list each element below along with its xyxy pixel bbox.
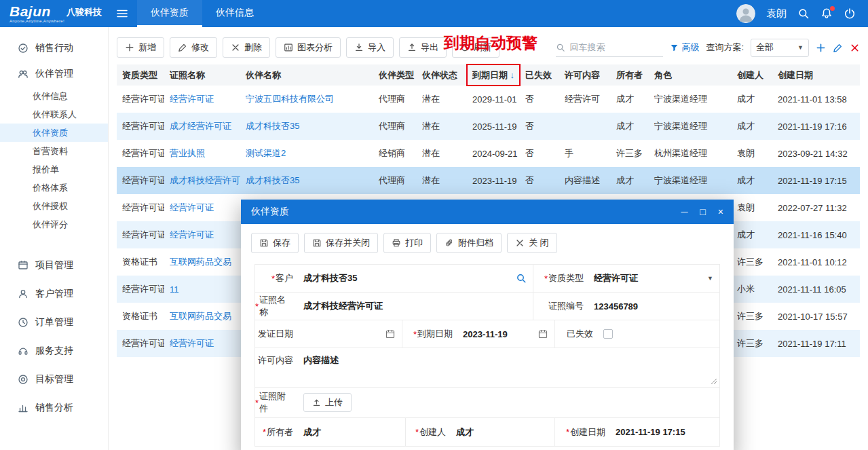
edit-scheme-icon[interactable] (833, 43, 843, 53)
save-and-close-button[interactable]: 保存并关闭 (304, 233, 378, 253)
table-cell[interactable]: 互联网药品交易 (164, 248, 240, 276)
column-header[interactable]: 创建日期 (772, 64, 860, 86)
table-cell[interactable]: 经营许可证 (164, 86, 240, 113)
table-cell[interactable]: 成才科技否35 (240, 167, 373, 194)
search-icon[interactable] (797, 7, 810, 20)
table-cell[interactable]: 成才经营许可证 (164, 113, 240, 140)
sidebar-item-6[interactable]: 目标管理 (0, 365, 108, 394)
export-button[interactable]: 导出 (399, 37, 447, 58)
table-cell[interactable]: 营业执照 (164, 140, 240, 167)
table-header-row: 资质类型证照名称伙伴名称伙伴类型伙伴状态到期日期 ↓已失效许可内容所有者角色创建… (117, 64, 860, 86)
advanced-filter[interactable]: 高级 (670, 41, 699, 54)
table-cell[interactable]: 11 (164, 276, 240, 303)
sidebar-subitem[interactable]: 报价单 (0, 160, 108, 179)
tab-partner-info[interactable]: 伙伴信息 (202, 0, 267, 27)
tab-partner-qualification[interactable]: 伙伴资质 (137, 0, 202, 27)
column-header[interactable]: 所有者 (611, 64, 649, 86)
sidebar-subitem[interactable]: 伙伴联系人 (0, 105, 108, 124)
table-cell: 2021-11-11 16:05 (772, 276, 860, 303)
sidebar-item-5[interactable]: 服务支持 (0, 337, 108, 365)
customer-icon (18, 288, 29, 299)
delete-scheme-icon[interactable] (850, 43, 860, 53)
column-header[interactable]: 已失效 (520, 64, 559, 86)
sidebar-item-1[interactable]: 伙伴管理 (0, 61, 108, 87)
query-scheme-select[interactable]: 全部 ▼ (751, 39, 809, 57)
column-header[interactable]: 伙伴名称 (240, 64, 373, 86)
sidebar-item-2[interactable]: 项目管理 (0, 251, 108, 280)
table-cell[interactable]: 成才科技经营许可证 (164, 167, 240, 194)
sidebar-subitem[interactable]: 伙伴资质 (0, 124, 108, 142)
table-cell[interactable]: 经营许可证 (164, 330, 240, 357)
table-row[interactable]: 经营许可证营业执照测试渠道2经销商潜在2024-09-21否手许三多杭州渠道经理… (117, 140, 860, 167)
sidebar-subitem[interactable]: 伙伴授权 (0, 197, 108, 215)
table-row[interactable]: 经营许可证经营许可证宁波五四科技有限公司代理商潜在2029-11-01否经营许可… (117, 86, 860, 113)
column-header[interactable]: 伙伴类型 (373, 64, 417, 86)
close-dialog-button[interactable]: 关 闭 (507, 233, 557, 253)
customer-field[interactable]: 成才科技否35 (297, 265, 533, 292)
chart-analysis-button[interactable]: 图表分析 (276, 37, 341, 58)
save-button[interactable]: 保存 (251, 233, 299, 253)
sidebar-item-3[interactable]: 客户管理 (0, 280, 108, 308)
add-scheme-icon[interactable] (816, 43, 826, 53)
cert-no-label: 证照编号 (533, 293, 588, 320)
table-cell[interactable]: 成才科技否35 (240, 113, 373, 140)
expiry-date-field[interactable]: 2023-11-19 (457, 320, 555, 348)
content-textarea[interactable]: 内容描述 (297, 348, 719, 387)
calendar-icon[interactable] (537, 329, 548, 339)
sidebar-subitem[interactable]: 首营资料 (0, 142, 108, 160)
bell-icon[interactable] (820, 7, 833, 20)
sidebar-subitem[interactable]: 伙伴评分 (0, 215, 108, 233)
username[interactable]: 袁朗 (766, 7, 787, 20)
table-cell[interactable]: 宁波五四科技有限公司 (240, 86, 373, 113)
calendar-icon[interactable] (385, 329, 396, 339)
sidebar-item-7[interactable]: 销售分析 (0, 394, 108, 422)
sort-desc-icon[interactable]: ↓ (508, 70, 514, 80)
issue-date-field[interactable] (297, 320, 402, 348)
maximize-icon[interactable]: □ (700, 207, 705, 217)
column-header[interactable]: 创建人 (732, 64, 772, 86)
table-cell: 成才 (732, 167, 772, 194)
sidebar-subitem[interactable]: 伙伴信息 (0, 87, 108, 105)
paperclip-icon (445, 238, 454, 248)
table-cell: 代理商 (373, 167, 417, 194)
cert-no-field[interactable]: 123456789 (588, 293, 719, 320)
column-header[interactable]: 资质类型 (117, 64, 164, 86)
table-row[interactable]: 经营许可证成才经营许可证成才科技否35代理商潜在2025-11-19否成才宁波渠… (117, 113, 860, 140)
table-cell[interactable]: 互联网药品交易 (164, 303, 240, 330)
column-header[interactable]: 证照名称 (164, 64, 240, 86)
invalid-checkbox[interactable] (603, 329, 613, 339)
table-cell (559, 113, 611, 140)
search-input[interactable] (569, 42, 655, 52)
import-button[interactable]: 导入 (346, 37, 394, 58)
table-cell[interactable]: 测试渠道2 (240, 140, 373, 167)
table-row[interactable]: 经营许可证成才科技经营许可证成才科技否35代理商潜在2023-11-19否内容描… (117, 167, 860, 194)
sidebar-item-4[interactable]: 订单管理 (0, 308, 108, 337)
sidebar-item-0[interactable]: 销售行动 (0, 35, 108, 61)
resize-handle-icon[interactable] (711, 378, 717, 385)
dialog-titlebar[interactable]: 伙伴资质 ─ □ × (241, 200, 734, 224)
add-button[interactable]: 新增 (117, 37, 164, 58)
column-header[interactable]: 许可内容 (559, 64, 611, 86)
delete-button[interactable]: 删除 (223, 37, 270, 58)
creator-field: 成才 (450, 418, 555, 446)
cert-type-select[interactable]: 经营许可证 ▼ (588, 265, 719, 292)
cert-name-field[interactable]: 成才科技经营许可证 (297, 293, 533, 320)
close-icon[interactable]: × (718, 207, 723, 217)
upload-button[interactable]: 上传 (303, 393, 352, 412)
table-cell[interactable]: 经营许可证 (164, 221, 240, 248)
column-header[interactable]: 伙伴状态 (417, 64, 467, 86)
sidebar-subitem[interactable]: 价格体系 (0, 179, 108, 197)
menu-toggle-icon[interactable] (107, 7, 137, 20)
print-button[interactable]: 打印 (383, 233, 431, 253)
user-avatar[interactable] (736, 4, 755, 23)
column-header[interactable]: 角色 (649, 64, 732, 86)
attachment-archive-button[interactable]: 附件归档 (436, 233, 502, 253)
power-icon[interactable] (844, 7, 856, 20)
column-header[interactable]: 到期日期 ↓ (467, 64, 520, 86)
table-cell: 宁波渠道经理 (649, 113, 732, 140)
search-icon[interactable] (516, 273, 527, 284)
table-cell: 内容描述 (559, 167, 611, 194)
table-cell[interactable]: 经营许可证 (164, 194, 240, 221)
edit-button[interactable]: 修改 (170, 37, 217, 58)
minimize-icon[interactable]: ─ (681, 207, 687, 217)
